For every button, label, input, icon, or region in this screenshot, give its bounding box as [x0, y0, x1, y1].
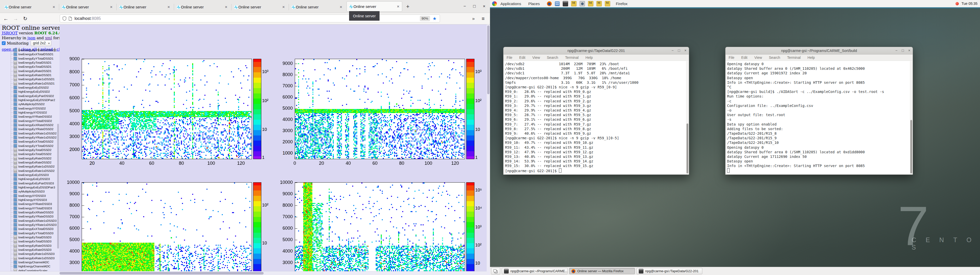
- tab-online-server[interactable]: Online server×: [59, 1, 115, 13]
- tree-item[interactable]: lowEnergyExEyDSSD3: [0, 173, 57, 177]
- terminal-titlebar[interactable]: npg@carme-gsi:~/Programs/CARME_Sort/buil…: [725, 47, 913, 54]
- tree-item[interactable]: lowEnergyExRate1sDSSD2: [0, 169, 57, 173]
- file-manager-launcher-icon[interactable]: [555, 1, 560, 6]
- terminal-minimize-icon[interactable]: −: [671, 48, 673, 52]
- back-icon[interactable]: ←: [2, 15, 10, 22]
- tree-item[interactable]: lowEnergyExRate1sDSSD1: [0, 82, 57, 85]
- tree-item[interactable]: lowEnergyExXTotalDSSD3: [0, 227, 57, 231]
- tab-close-icon[interactable]: ×: [282, 5, 285, 9]
- xml-link[interactable]: xml: [45, 36, 52, 40]
- tree-item[interactable]: highEnergyExEyDSSDPair3: [0, 185, 57, 190]
- tree-item[interactable]: highEnergyXYDSSD3: [0, 198, 57, 202]
- grid-layout-select[interactable]: grid 2x2▾: [30, 40, 51, 46]
- tree-item[interactable]: lowEnergyExXRateDSSD3: [0, 210, 57, 214]
- tree-item[interactable]: lowEnergyEyYRate1sDSSD3: [0, 223, 57, 227]
- terminal-scrollbar[interactable]: [686, 61, 689, 174]
- terminal-close-icon[interactable]: ×: [908, 48, 910, 52]
- monitoring-checkbox[interactable]: ✓: [2, 41, 6, 45]
- terminal-maximize-icon[interactable]: □: [902, 48, 904, 52]
- menu-help[interactable]: Help: [808, 55, 815, 60]
- terminal-minimize-icon[interactable]: −: [895, 48, 897, 52]
- menu-file[interactable]: File: [729, 55, 735, 60]
- terminal-titlebar[interactable]: npg@carme-gsi:/TapeData/G22-201: [503, 47, 689, 54]
- zoom-level-badge[interactable]: 90%: [420, 16, 430, 21]
- tab-online-server[interactable]: Online server×: [174, 1, 230, 13]
- minimize-icon[interactable]: −: [462, 4, 468, 9]
- tree-item[interactable]: highEnergyExEyDSSDPair2: [0, 98, 57, 102]
- tab-close-icon[interactable]: ×: [339, 5, 343, 9]
- histogram-frame[interactable]: [295, 182, 465, 275]
- tree-item[interactable]: lowEnergyEyRateDSSD1: [0, 69, 57, 73]
- firefox-launcher-icon[interactable]: [547, 1, 552, 6]
- tree-item[interactable]: xyMultiplicityDSSD2: [0, 102, 57, 106]
- tree-item[interactable]: lowEnergyExTotalDSSD3: [0, 239, 57, 243]
- screenshot-launcher-icon[interactable]: [579, 1, 585, 6]
- reload-icon[interactable]: ↻: [21, 15, 29, 22]
- menu-file[interactable]: File: [507, 55, 512, 60]
- active-app-label[interactable]: Firefox: [616, 2, 628, 6]
- tab-online-server[interactable]: Online server×: [117, 1, 172, 13]
- terminal-close-icon[interactable]: ×: [684, 48, 687, 52]
- page-icon[interactable]: [68, 17, 72, 21]
- tree-item[interactable]: lowEnergyEyTotalDSSD2: [0, 148, 57, 152]
- menu-terminal[interactable]: Terminal: [787, 55, 800, 60]
- tree-item[interactable]: lowEnergyExEyPairDSSD2: [0, 94, 57, 98]
- tab-close-icon[interactable]: ×: [396, 4, 400, 9]
- tree-item[interactable]: lowEnergyXYDSSD2: [0, 106, 57, 111]
- menu-terminal[interactable]: Terminal: [565, 55, 579, 60]
- menu-help[interactable]: Help: [585, 55, 593, 60]
- tree-item[interactable]: lowEnergyEyRate1sDSSD1: [0, 77, 57, 81]
- tree-item[interactable]: lowEnergyEyYTotalDSSD1: [0, 57, 57, 61]
- tree-item[interactable]: lowEnergyEyYTotalDSSD3: [0, 231, 57, 235]
- menu-edit[interactable]: Edit: [519, 55, 525, 60]
- tree-item[interactable]: lowEnergyEyRate1sDSSD3: [0, 252, 57, 256]
- tree-item[interactable]: highEnergyXYDSSD2: [0, 111, 57, 115]
- midas-launcher-icon[interactable]: [597, 1, 602, 6]
- taskbar-button[interactable]: npg@carme-gsi:~/Programs/CARME...: [502, 268, 568, 274]
- new-tab-button[interactable]: +: [404, 3, 411, 10]
- bookmark-star-icon[interactable]: ★: [433, 16, 437, 21]
- midas-launcher-icon[interactable]: [605, 1, 610, 6]
- tree-item[interactable]: lowEnergyEyYRate1sDSSD1: [0, 48, 57, 52]
- midas-launcher-icon[interactable]: [588, 1, 593, 6]
- close-icon[interactable]: ×: [481, 4, 487, 9]
- tree-item[interactable]: xyMultiplicityDSSD3: [0, 190, 57, 193]
- tree-item[interactable]: lowEnergyExXRate1sDSSD3: [0, 218, 57, 223]
- tab-close-icon[interactable]: ×: [52, 5, 56, 9]
- tree-item[interactable]: lowEnergyExXRateDSSD2: [0, 123, 57, 127]
- app-menu-icon[interactable]: ≡: [479, 15, 487, 22]
- applications-menu-icon[interactable]: [492, 1, 497, 6]
- terminal-content[interactable]: Opening dataspy 0 dataSpy Shared buffer …: [725, 61, 913, 175]
- histogram-frame[interactable]: [295, 59, 465, 159]
- menu-search[interactable]: Search: [769, 55, 780, 60]
- url-bar[interactable]: localhost:8085 90% ★: [60, 14, 440, 22]
- tree-item[interactable]: lowEnergyXYRateDSSD2: [0, 115, 57, 119]
- tree-item[interactable]: lowEnergyExEyDSSD2: [0, 85, 57, 90]
- menu-view[interactable]: View: [532, 55, 540, 60]
- tab-online-server[interactable]: Online server×: [347, 1, 402, 12]
- tree-item[interactable]: lowEnergyChannelADC: [0, 260, 57, 264]
- overflow-chevrons-icon[interactable]: »: [469, 15, 477, 22]
- show-desktop-button[interactable]: [491, 268, 500, 275]
- tree-item[interactable]: lowEnergyEyYRateDSSD3: [0, 214, 57, 218]
- tree-item[interactable]: highEnergyChannelADC: [0, 264, 57, 269]
- tab-close-icon[interactable]: ×: [110, 5, 113, 9]
- tab-close-icon[interactable]: ×: [224, 5, 228, 9]
- tab-online-server[interactable]: Online server×: [289, 1, 345, 13]
- histogram-frame[interactable]: [82, 59, 252, 159]
- tab-close-icon[interactable]: ×: [167, 5, 170, 9]
- tree-item[interactable]: lowEnergyXYDSSD3: [0, 193, 57, 198]
- midas-launcher-icon[interactable]: [571, 1, 576, 6]
- tree-item[interactable]: lowEnergyExTotalDSSD1: [0, 65, 57, 69]
- tree-item[interactable]: lowEnergyEyTotalDSSD1: [0, 61, 57, 65]
- tree-item[interactable]: lowEnergyExXTotalDSSD2: [0, 139, 57, 144]
- tree-item[interactable]: lowEnergyExTotalDSSD2: [0, 152, 57, 156]
- terminal-launcher-icon[interactable]: [563, 1, 568, 6]
- tree-item[interactable]: highEnergyExEyDSSD3: [0, 177, 57, 181]
- tree-item[interactable]: lowEnergyExXRate1sDSSD2: [0, 131, 57, 136]
- tree-item[interactable]: lowEnergyExXTotalDSSD1: [0, 52, 57, 56]
- tree-item[interactable]: lowEnergyEyRateDSSD3: [0, 243, 57, 248]
- taskbar-button[interactable]: npg@carme-gsi:/TapeData/G22-201: [636, 268, 702, 274]
- tree-item[interactable]: lowEnergyExRateDSSD1: [0, 73, 57, 77]
- tree-item[interactable]: lowEnergyExEyPairDSSD3: [0, 181, 57, 185]
